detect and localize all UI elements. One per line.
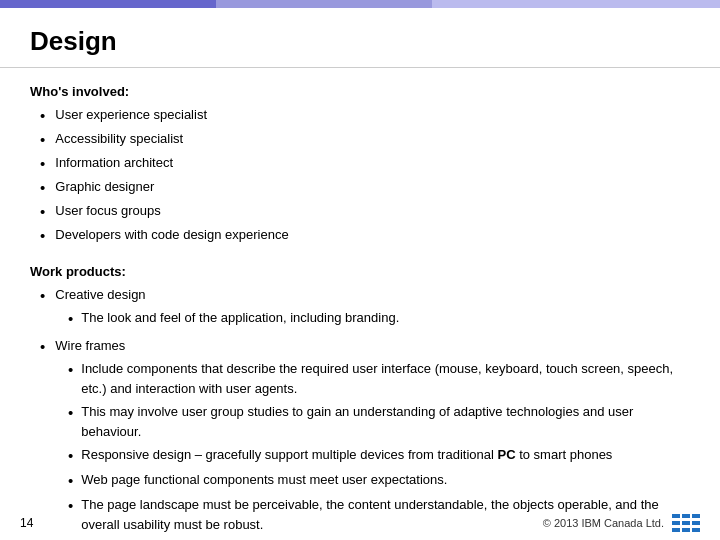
work-products-list: • Creative design • The look and feel of… bbox=[40, 285, 690, 538]
sub-list-item: • This may involve user group studies to… bbox=[68, 402, 690, 441]
footer-right: © 2013 IBM Canada Ltd. bbox=[543, 514, 700, 532]
list-item: •Developers with code design experience bbox=[40, 225, 690, 246]
list-item-text: User focus groups bbox=[55, 201, 161, 221]
sub-list-item-text: Responsive design – gracefully support m… bbox=[81, 445, 612, 465]
bullet-icon: • bbox=[40, 105, 45, 126]
bullet-icon: • bbox=[40, 129, 45, 150]
sub-list-item-text: Include components that describe the req… bbox=[81, 359, 690, 398]
sub-bullet-icon: • bbox=[68, 495, 73, 516]
sub-list-item: • Responsive design – gracefully support… bbox=[68, 445, 690, 466]
sub-bullet-icon: • bbox=[68, 445, 73, 466]
copyright-text: © 2013 IBM Canada Ltd. bbox=[543, 517, 664, 529]
creative-sub-list: • The look and feel of the application, … bbox=[68, 308, 399, 329]
title-area: Design bbox=[0, 8, 720, 68]
work-products-label: Work products: bbox=[30, 264, 690, 279]
list-item: •User experience specialist bbox=[40, 105, 690, 126]
wireframes-sub-list: • Include components that describe the r… bbox=[68, 359, 690, 534]
list-item: •Accessibility specialist bbox=[40, 129, 690, 150]
sub-bullet-icon: • bbox=[68, 470, 73, 491]
sub-bullet-icon: • bbox=[68, 402, 73, 423]
bullet-icon: • bbox=[40, 177, 45, 198]
sub-bullet-icon: • bbox=[68, 359, 73, 380]
bullet-icon: • bbox=[40, 285, 45, 306]
list-item: •Graphic designer bbox=[40, 177, 690, 198]
list-item-text: User experience specialist bbox=[55, 105, 207, 125]
list-item: •Information architect bbox=[40, 153, 690, 174]
sub-list-item: • Web page functional components must me… bbox=[68, 470, 690, 491]
work-product-text: Wire frames bbox=[55, 336, 125, 356]
page-title: Design bbox=[30, 26, 690, 57]
bullet-icon: • bbox=[40, 201, 45, 222]
list-item-text: Information architect bbox=[55, 153, 173, 173]
list-item: •User focus groups bbox=[40, 201, 690, 222]
sub-list-item-text: The look and feel of the application, in… bbox=[81, 308, 399, 328]
top-decorative-bar bbox=[0, 0, 720, 8]
page-number: 14 bbox=[20, 516, 33, 530]
ibm-logo bbox=[672, 514, 700, 532]
who-involved-label: Who's involved: bbox=[30, 84, 690, 99]
sub-list-item-text: Web page functional components must meet… bbox=[81, 470, 447, 490]
sub-bullet-icon: • bbox=[68, 308, 73, 329]
work-product-item-creative: • Creative design • The look and feel of… bbox=[40, 285, 690, 333]
bullet-icon: • bbox=[40, 225, 45, 246]
content-area: Who's involved: •User experience special… bbox=[0, 68, 720, 540]
sub-list-item: • The look and feel of the application, … bbox=[68, 308, 399, 329]
sub-list-item-text: This may involve user group studies to g… bbox=[81, 402, 690, 441]
footer: 14 © 2013 IBM Canada Ltd. bbox=[0, 514, 720, 532]
work-product-item-wireframes: • Wire frames • Include components that … bbox=[40, 336, 690, 538]
list-item-text: Developers with code design experience bbox=[55, 225, 288, 245]
who-involved-list: •User experience specialist •Accessibili… bbox=[40, 105, 690, 246]
list-item-text: Accessibility specialist bbox=[55, 129, 183, 149]
bullet-icon: • bbox=[40, 336, 45, 357]
sub-list-item: • Include components that describe the r… bbox=[68, 359, 690, 398]
bullet-icon: • bbox=[40, 153, 45, 174]
work-products-section: Work products: • Creative design • The l… bbox=[30, 264, 690, 538]
work-product-text: Creative design bbox=[55, 285, 145, 305]
list-item-text: Graphic designer bbox=[55, 177, 154, 197]
